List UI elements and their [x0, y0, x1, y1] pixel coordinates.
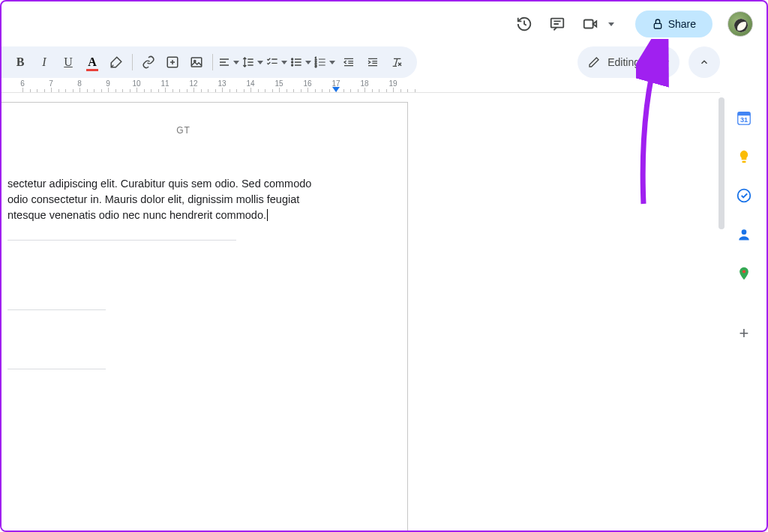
- document-body[interactable]: sectetur adipiscing elit. Curabitur quis…: [8, 176, 359, 369]
- ruler-label: 13: [218, 79, 226, 88]
- ruler-label: 16: [303, 79, 311, 88]
- divider-line: [8, 369, 106, 369]
- svg-point-47: [738, 190, 751, 202]
- keep-icon[interactable]: [736, 148, 752, 165]
- line-spacing-button[interactable]: [242, 51, 264, 73]
- formatting-toolbar: B I U A: [2, 46, 417, 78]
- contacts-icon[interactable]: [736, 226, 752, 243]
- share-label: Share: [668, 18, 696, 30]
- meet-video-icon[interactable]: [575, 9, 605, 39]
- document-viewport[interactable]: GT sectetur adipiscing elit. Curabitur q…: [2, 93, 722, 531]
- add-comment-button[interactable]: [161, 51, 184, 73]
- italic-button[interactable]: I: [33, 51, 56, 73]
- collapse-toolbar-button[interactable]: [688, 46, 720, 78]
- account-avatar[interactable]: [728, 11, 753, 37]
- right-indent-marker[interactable]: [332, 87, 340, 92]
- maps-icon[interactable]: [736, 265, 752, 282]
- decrease-indent-button[interactable]: [338, 51, 360, 73]
- add-on-plus-icon[interactable]: +: [736, 325, 752, 342]
- document-page[interactable]: GT sectetur adipiscing elit. Curabitur q…: [2, 102, 408, 531]
- bulleted-list-button[interactable]: [290, 51, 312, 73]
- svg-text:31: 31: [740, 116, 748, 124]
- tasks-icon[interactable]: [736, 187, 752, 204]
- checklist-button[interactable]: [266, 51, 288, 73]
- ruler-label: 18: [360, 79, 368, 88]
- svg-text:3: 3: [315, 64, 317, 68]
- clear-formatting-button[interactable]: [386, 51, 408, 73]
- increase-indent-button[interactable]: [362, 51, 384, 73]
- chevron-up-icon: [699, 57, 710, 67]
- svg-rect-44: [738, 112, 751, 116]
- editing-mode-caret[interactable]: [663, 61, 669, 64]
- svg-rect-3: [584, 20, 592, 28]
- version-history-icon[interactable]: [509, 9, 539, 39]
- comments-icon[interactable]: [542, 9, 572, 39]
- divider-line: [8, 240, 236, 241]
- svg-rect-0: [550, 19, 563, 28]
- toolbar-row: B I U A: [2, 46, 766, 78]
- ruler-label: 6: [20, 79, 25, 88]
- ruler-label: 14: [246, 79, 254, 88]
- header-bar: Share: [2, 1, 766, 46]
- highlight-button[interactable]: [105, 51, 128, 73]
- meet-dropdown-caret[interactable]: [608, 22, 614, 26]
- lock-icon: [652, 18, 664, 30]
- document-header[interactable]: GT: [8, 125, 359, 136]
- text-color-button[interactable]: A: [81, 51, 104, 73]
- body-line: ntesque venenatis odio nec nunc hendreri…: [8, 209, 266, 221]
- horizontal-ruler[interactable]: 678910111213141516171819: [2, 78, 720, 93]
- vertical-scrollbar[interactable]: [718, 97, 724, 229]
- bold-button[interactable]: B: [9, 51, 32, 73]
- ruler-label: 9: [106, 79, 110, 88]
- svg-rect-5: [654, 23, 661, 28]
- pencil-icon: [588, 56, 600, 68]
- align-button[interactable]: [218, 51, 240, 73]
- ruler-label: 12: [189, 79, 197, 88]
- numbered-list-button[interactable]: 123: [314, 51, 336, 73]
- divider-line: [8, 309, 106, 310]
- insert-link-button[interactable]: [137, 51, 160, 73]
- svg-rect-9: [191, 58, 202, 67]
- editing-mode-label: Editing: [608, 56, 640, 68]
- svg-point-21: [292, 61, 293, 63]
- editing-mode-button[interactable]: Editing: [578, 46, 680, 78]
- ruler-label: 8: [77, 79, 82, 88]
- side-panel: 31 +: [722, 93, 766, 531]
- svg-point-49: [742, 270, 746, 273]
- svg-point-48: [742, 229, 747, 235]
- svg-point-20: [292, 58, 293, 60]
- insert-image-button[interactable]: [185, 51, 208, 73]
- share-button[interactable]: Share: [635, 10, 712, 37]
- body-line: sectetur adipiscing elit. Curabitur quis…: [8, 178, 311, 190]
- ruler-label: 10: [132, 79, 140, 88]
- svg-rect-46: [742, 161, 746, 163]
- calendar-icon[interactable]: 31: [736, 109, 752, 126]
- ruler-label: 19: [388, 79, 397, 88]
- underline-button[interactable]: U: [57, 51, 80, 73]
- ruler-label: 15: [274, 79, 283, 88]
- ruler-label: 11: [160, 79, 169, 88]
- body-line: odio consectetur in. Mauris dolor elit, …: [8, 193, 299, 205]
- ruler-label: 7: [49, 79, 53, 88]
- text-cursor: [267, 209, 268, 221]
- svg-point-22: [292, 64, 293, 66]
